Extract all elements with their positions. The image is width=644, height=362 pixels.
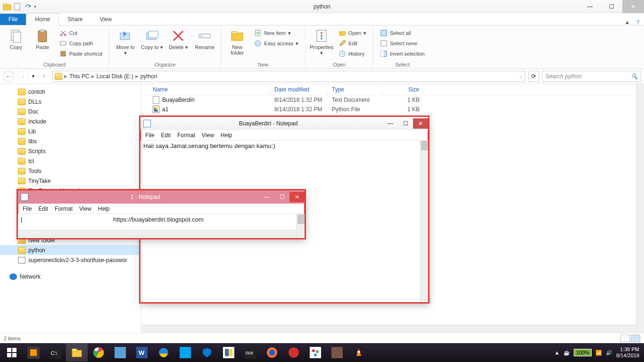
battery-badge[interactable]: 100% [574, 349, 592, 356]
open-button[interactable]: Open ▾ [337, 28, 368, 38]
col-date[interactable]: Date modified [271, 84, 328, 95]
taskbar-nox[interactable]: nox [239, 344, 261, 362]
scrollbar-vertical[interactable] [420, 140, 428, 302]
notepad1-maximize[interactable]: ☐ [398, 118, 413, 129]
taskbar-app[interactable] [283, 344, 305, 362]
tree-node[interactable]: TinyTake [0, 176, 141, 186]
paste-button[interactable]: Paste [31, 27, 54, 61]
notepad2-textarea[interactable]: | https://buayaberdiri.blogspot.com [18, 214, 305, 238]
nav-up-button[interactable]: ↑ [38, 71, 50, 82]
notepad2-titlebar[interactable]: 1 - Notepad — ☐ ✕ [18, 190, 305, 204]
notepad2-close[interactable]: ✕ [289, 192, 305, 202]
move-to-button[interactable]: Move to ▾ [114, 27, 137, 61]
copy-path-button[interactable]: Copy path [58, 39, 104, 48]
tab-view[interactable]: View [91, 14, 120, 25]
tree-node[interactable]: libs [0, 136, 141, 146]
taskbar-explorer[interactable] [66, 344, 88, 362]
new-folder-button[interactable]: New folder [226, 27, 248, 61]
tree-node[interactable]: Tools [0, 166, 141, 176]
taskbar-app[interactable] [174, 344, 196, 362]
tab-home[interactable]: Home [26, 13, 59, 25]
taskbar-firefox[interactable] [261, 344, 283, 362]
col-size[interactable]: Size [383, 84, 423, 95]
menu-view[interactable]: View [202, 132, 214, 139]
tray-volume-icon[interactable]: 🔊 [606, 350, 612, 356]
breadcrumb[interactable]: ▶ This PC▶ Local Disk (E:)▶ python ⌄ [52, 71, 525, 82]
tree-node[interactable]: Doc [0, 107, 141, 116]
notepad1-close[interactable]: ✕ [413, 118, 428, 129]
col-name[interactable]: Name [149, 84, 271, 95]
tree-node[interactable]: Scripts [0, 146, 141, 156]
tree-node-network[interactable]: Network [0, 272, 141, 281]
redo-icon[interactable] [24, 2, 32, 11]
tree-node[interactable]: DLLs [0, 97, 141, 107]
tray-java-icon[interactable]: ☕ [563, 350, 570, 356]
tab-file[interactable]: File [0, 14, 26, 25]
copy-button[interactable]: Copy [5, 27, 27, 61]
tab-share[interactable]: Share [59, 14, 91, 25]
delete-button[interactable]: Delete ▾ [167, 27, 190, 61]
copy-to-button[interactable]: Copy to ▾ [140, 27, 163, 61]
notepad1-minimize[interactable]: — [383, 118, 398, 129]
maximize-button[interactable]: ☐ [601, 0, 622, 13]
menu-format[interactable]: Format [55, 206, 73, 212]
select-none-button[interactable]: Select none [378, 39, 427, 48]
invert-selection-button[interactable]: Invert selection [378, 49, 427, 58]
notepad2-maximize[interactable]: ☐ [274, 192, 289, 202]
menu-file[interactable]: File [23, 206, 32, 212]
notepad1-titlebar[interactable]: BuayaBerdiri - Notepad — ☐ ✕ [140, 117, 428, 130]
nav-forward-button[interactable]: → [17, 71, 28, 82]
menu-edit[interactable]: Edit [161, 132, 171, 139]
tray-expand-icon[interactable]: ▲ [554, 350, 560, 355]
start-button[interactable] [1, 344, 23, 362]
tree-node[interactable]: include [0, 116, 141, 126]
menu-view[interactable]: View [79, 206, 91, 212]
notepad2-minimize[interactable]: — [259, 192, 274, 202]
minimize-button[interactable]: — [579, 0, 601, 13]
file-row[interactable]: a18/14/2018 1:32 PMPython File1 KB [141, 105, 644, 114]
paste-shortcut-button[interactable]: Paste shortcut [58, 49, 104, 58]
select-all-button[interactable]: Select all [378, 28, 427, 38]
menu-format[interactable]: Format [177, 132, 195, 139]
qat-dropdown[interactable]: ▾ [34, 4, 36, 9]
tree-node[interactable]: contoh [0, 87, 141, 97]
crumb-segment[interactable]: python [140, 73, 157, 80]
menu-file[interactable]: File [145, 132, 154, 139]
help-icon[interactable]: ? [636, 19, 639, 25]
folder-icon[interactable] [3, 2, 11, 11]
crumb-dropdown[interactable]: ⌄ [519, 74, 523, 79]
new-item-button[interactable]: New item ▾ [252, 28, 300, 38]
menu-help[interactable]: Help [221, 132, 232, 139]
nav-back-button[interactable]: ← [3, 71, 14, 82]
notepad-window-2[interactable]: 1 - Notepad — ☐ ✕ File Edit Format View … [17, 190, 305, 239]
cut-button[interactable]: Cut [58, 28, 104, 38]
tray-network-icon[interactable]: 📶 [595, 350, 602, 356]
ribbon-collapse-icon[interactable]: ▲ [625, 19, 630, 25]
taskbar-ie[interactable] [153, 344, 174, 362]
taskbar-vlc[interactable] [348, 344, 370, 362]
taskbar-app[interactable]: C:\ [44, 344, 66, 362]
taskbar-app[interactable] [23, 344, 44, 362]
menu-edit[interactable]: Edit [38, 206, 48, 212]
taskbar-app[interactable] [326, 344, 348, 362]
nav-recent-dropdown[interactable]: ▼ [31, 74, 35, 79]
taskbar-python[interactable] [218, 344, 239, 362]
taskbar-chrome[interactable] [88, 344, 109, 362]
menu-help[interactable]: Help [98, 206, 110, 212]
crumb-segment[interactable]: Local Disk (E:) [97, 73, 133, 80]
taskbar-paint[interactable] [305, 344, 326, 362]
properties-button[interactable]: Properties ▾ [310, 27, 333, 61]
column-headers[interactable]: Name Date modified Type Size [141, 84, 644, 95]
view-details-button[interactable] [620, 335, 630, 342]
edit-button[interactable]: Edit [337, 39, 368, 48]
tree-node-zip[interactable]: superoneclickv2-3-3-shortfuse-passwor [0, 255, 141, 265]
taskbar-app[interactable]: W [131, 344, 153, 362]
scrollbar-vertical[interactable] [636, 84, 644, 333]
crumb-segment[interactable]: This PC [69, 73, 90, 80]
search-input[interactable]: Search python 🔍 [542, 71, 641, 82]
tree-node[interactable]: tcl [0, 156, 141, 166]
scrollbar-horizontal[interactable] [18, 230, 297, 238]
taskbar-app[interactable] [109, 344, 131, 362]
taskbar-clock[interactable]: 1:38 PM 8/14/2018 [616, 346, 639, 359]
easy-access-button[interactable]: Easy access ▾ [252, 39, 300, 48]
